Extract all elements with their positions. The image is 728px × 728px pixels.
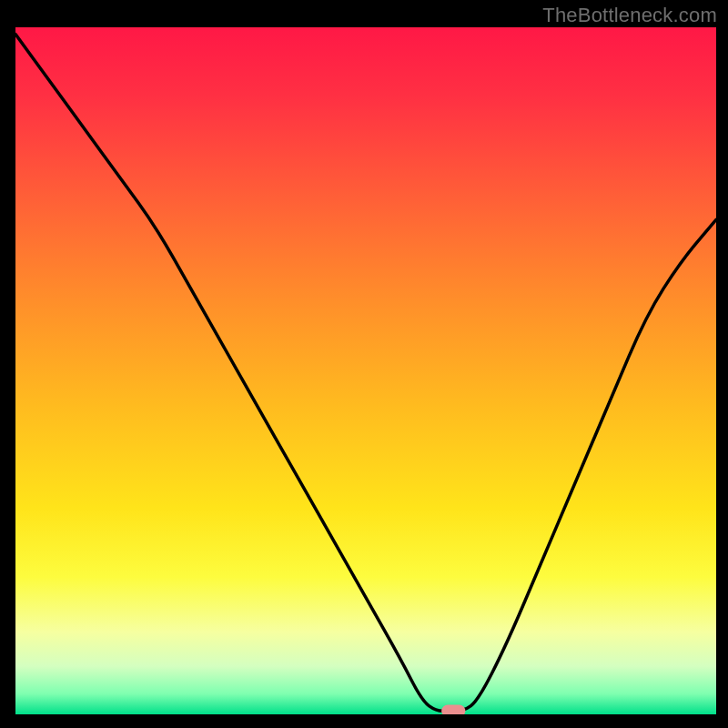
gradient-fill [15,27,716,714]
optimal-marker [441,704,465,714]
watermark-text: TheBottleneck.com [542,4,717,27]
chart-stage: TheBottleneck.com [0,0,728,728]
bottleneck-chart [15,27,716,714]
